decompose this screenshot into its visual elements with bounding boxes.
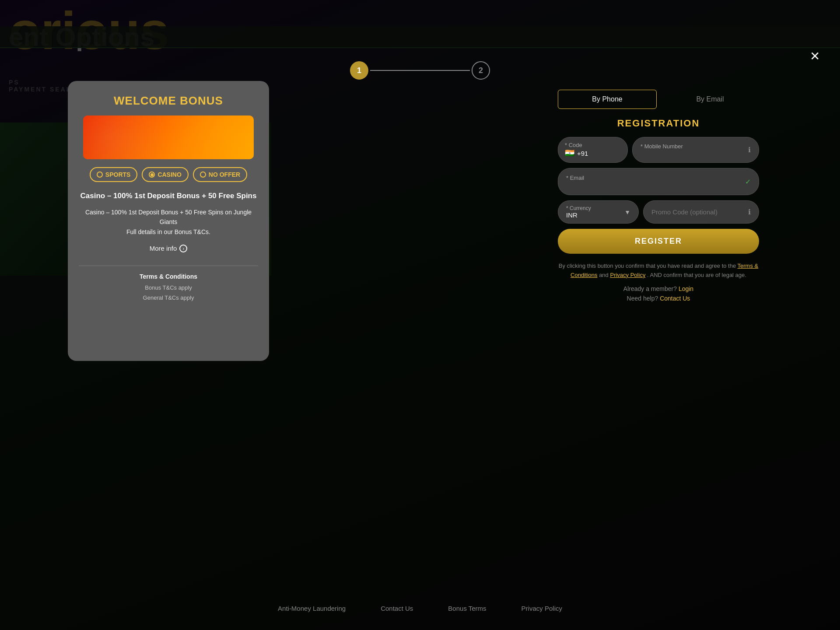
sports-radio (97, 172, 103, 178)
legal-text: By clicking this button you confirm that… (558, 262, 759, 280)
email-input[interactable] (566, 181, 745, 189)
currency-label: * Currency (566, 205, 591, 211)
country-code-value: +91 (577, 150, 588, 157)
welcome-bonus-panel: WELCOME BONUS SPORTS CASINO NO OFFER Cas… (68, 81, 269, 361)
no-offer-tab[interactable]: NO OFFER (193, 167, 247, 182)
footer-anti-money[interactable]: Anti-Money Laundering (278, 605, 346, 612)
footer: Anti-Money Laundering Contact Us Bonus T… (0, 586, 840, 630)
login-link[interactable]: Login (679, 285, 693, 292)
contact-link[interactable]: Contact Us (660, 295, 690, 302)
promo-code-field[interactable]: ℹ (643, 200, 759, 224)
email-label: * Email (566, 175, 745, 181)
registration-panel: By Phone By Email REGISTRATION * Code 🇮🇳… (545, 81, 772, 361)
step-indicator: 1 2 (350, 61, 490, 80)
mobile-input[interactable] (640, 150, 748, 157)
need-help-text: Need help? Contact Us (558, 295, 759, 302)
footer-privacy[interactable]: Privacy Policy (522, 605, 562, 612)
no-offer-radio (200, 172, 206, 178)
already-member-text: Already a member? Login (558, 285, 759, 292)
terms-line2: General T&Cs apply (79, 293, 258, 303)
phone-row: * Code 🇮🇳 +91 * Mobile Number ℹ (558, 137, 759, 163)
bonus-headline: Casino – 100% 1st Deposit Bonus + 50 Fre… (80, 191, 257, 201)
bonus-image (83, 116, 254, 159)
more-info-arrow-icon: › (179, 245, 187, 252)
casino-tab[interactable]: CASINO (142, 167, 188, 182)
currency-dropdown-icon: ▼ (624, 209, 630, 216)
flag-icon: 🇮🇳 (565, 148, 574, 158)
welcome-title: WELCOME BONUS (114, 94, 223, 108)
sports-tab[interactable]: SPORTS (90, 167, 138, 182)
registration-title: REGISTRATION (558, 118, 759, 129)
email-check-icon: ✓ (745, 178, 751, 186)
bonus-tabs: SPORTS CASINO NO OFFER (90, 167, 247, 182)
footer-contact[interactable]: Contact Us (381, 605, 413, 612)
step-2-circle: 2 (472, 61, 490, 80)
privacy-link[interactable]: Privacy Policy (610, 272, 645, 278)
step-1-circle: 1 (350, 61, 368, 80)
mobile-info-icon: ℹ (748, 146, 751, 154)
email-field[interactable]: * Email ✓ (558, 168, 759, 195)
by-phone-tab[interactable]: By Phone (558, 90, 657, 109)
mobile-number-field[interactable]: * Mobile Number ℹ (632, 137, 759, 163)
country-code-field[interactable]: * Code 🇮🇳 +91 (558, 137, 628, 163)
currency-field[interactable]: * Currency INR ▼ (558, 200, 639, 224)
step-line (370, 70, 470, 71)
email-row: * Email ✓ (558, 168, 759, 195)
mobile-label: * Mobile Number (640, 143, 748, 150)
terms-line1: Bonus T&Cs apply (79, 283, 258, 293)
terms-section: Terms & Conditions Bonus T&Cs apply Gene… (79, 266, 258, 303)
currency-value: INR (566, 211, 591, 219)
by-email-tab[interactable]: By Email (661, 90, 759, 109)
casino-radio (149, 172, 155, 178)
currency-promo-row: * Currency INR ▼ ℹ (558, 200, 759, 224)
bonus-description: Casino – 100% 1st Deposit Bonus + 50 Fre… (79, 207, 258, 237)
more-info-link[interactable]: More info › (150, 245, 188, 252)
code-label: * Code (565, 142, 621, 148)
footer-bonus-terms[interactable]: Bonus Terms (448, 605, 486, 612)
register-button[interactable]: REGISTER (558, 229, 759, 254)
registration-tabs: By Phone By Email (558, 90, 759, 109)
promo-input[interactable] (651, 208, 748, 216)
close-button[interactable]: ✕ (807, 48, 822, 64)
promo-info-icon: ℹ (748, 208, 751, 216)
terms-title: Terms & Conditions (79, 273, 258, 280)
